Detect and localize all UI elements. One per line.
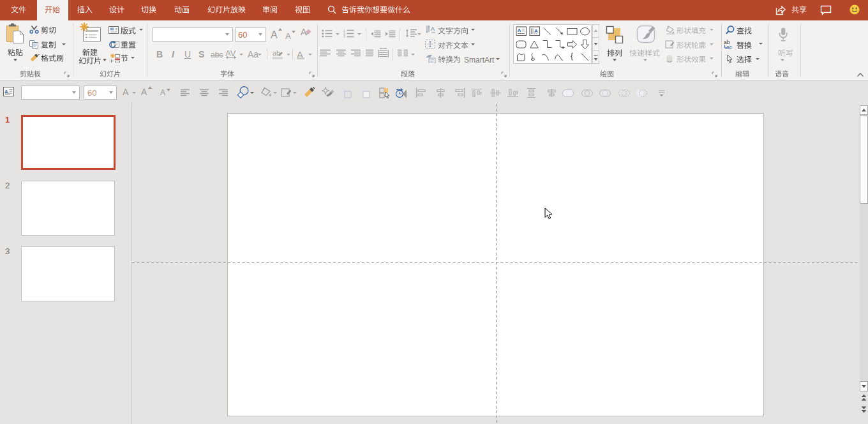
- svg-text:ac: ac: [726, 44, 733, 49]
- svg-text:A: A: [518, 27, 521, 33]
- svg-text:A: A: [534, 28, 538, 34]
